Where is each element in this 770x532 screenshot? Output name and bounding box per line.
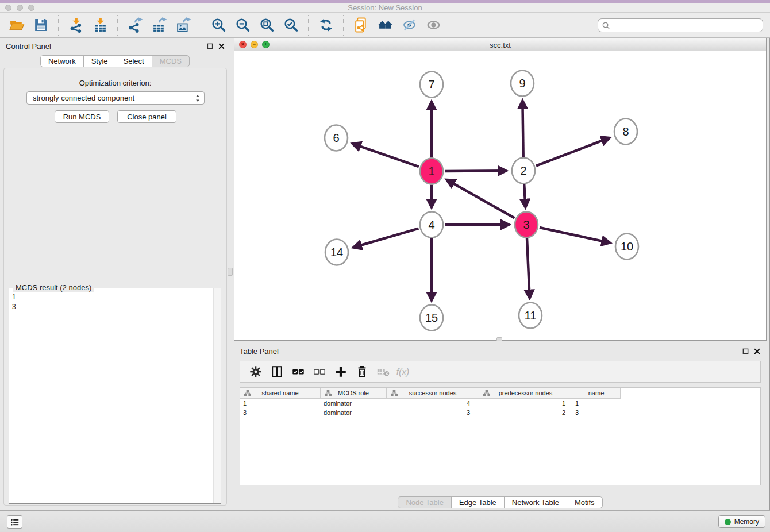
home-button[interactable] — [375, 15, 395, 36]
apply-layout-button[interactable] — [315, 15, 336, 36]
table-cell[interactable]: 3 — [240, 408, 321, 417]
show-columns-button[interactable] — [267, 363, 286, 381]
table-cell[interactable]: dominator — [321, 399, 387, 408]
zoom-out-button[interactable] — [232, 15, 253, 36]
graph-node-4[interactable]: 4 — [420, 212, 443, 238]
table-cell[interactable]: 1 — [240, 399, 321, 408]
open-session-button[interactable] — [6, 15, 27, 36]
graph-edge-2-8[interactable] — [536, 138, 610, 166]
network-canvas[interactable]: 7968124314101511 — [234, 51, 766, 340]
zoom-in-button[interactable] — [208, 15, 229, 36]
tab-motifs[interactable]: Motifs — [567, 496, 603, 508]
visibility-off-button[interactable] — [399, 15, 419, 36]
toolbar-separator — [201, 15, 201, 36]
tab-edge-table[interactable]: Edge Table — [451, 496, 505, 508]
tab-mcds[interactable]: MCDS — [152, 55, 190, 67]
run-mcds-button[interactable]: Run MCDS — [55, 110, 109, 123]
add-row-button[interactable] — [331, 363, 350, 381]
graph-node-1[interactable]: 1 — [420, 159, 443, 184]
network-window: ✕ − + scc.txt 7968124314101511 — [234, 38, 767, 341]
graph-node-6[interactable]: 6 — [325, 125, 348, 151]
column-header-name[interactable]: name — [572, 388, 621, 399]
mcds-result-title: MCDS result (2 nodes) — [13, 283, 94, 292]
table-cell[interactable]: 2 — [479, 408, 572, 417]
graph-edge-1-6[interactable] — [353, 144, 419, 167]
svg-text:2: 2 — [520, 164, 526, 177]
tab-select[interactable]: Select — [116, 55, 152, 67]
save-session-button[interactable] — [30, 15, 51, 36]
graph-node-8[interactable]: 8 — [614, 119, 637, 145]
graph-edge-3-1[interactable] — [447, 180, 515, 218]
float-table-icon[interactable] — [741, 347, 749, 355]
network-window-titlebar: ✕ − + scc.txt — [234, 38, 766, 51]
import-network-button[interactable] — [66, 15, 86, 36]
column-header-predecessor-nodes[interactable]: predecessor nodes — [479, 388, 572, 399]
network-window-title: scc.txt — [234, 41, 766, 49]
search-input[interactable] — [613, 21, 759, 30]
table-row: 3dominator323 — [240, 408, 760, 417]
export-network-button[interactable] — [125, 15, 145, 36]
select-all-checks-button[interactable] — [288, 363, 307, 381]
zoom-selected-button[interactable] — [280, 15, 301, 36]
graph-node-3[interactable]: 3 — [515, 212, 538, 238]
graph-edge-1-2[interactable] — [445, 171, 506, 171]
toolbar-separator — [308, 15, 309, 36]
graph-node-10[interactable]: 10 — [615, 234, 638, 260]
mcds-result-area — [9, 288, 221, 504]
tab-node-table[interactable]: Node Table — [398, 496, 452, 508]
table-cell[interactable]: 3 — [572, 408, 621, 417]
table-cell[interactable]: 1 — [479, 399, 572, 408]
close-panel-icon[interactable] — [217, 42, 225, 50]
tab-network[interactable]: Network — [40, 55, 84, 67]
tab-network-table[interactable]: Network Table — [504, 496, 567, 508]
table-cell[interactable]: dominator — [321, 408, 387, 417]
table-cell[interactable]: 1 — [572, 399, 621, 408]
application-window: Session: New Session Control Panel Netwo… — [0, 0, 770, 532]
graph-edge-2-9[interactable] — [522, 101, 523, 157]
zoom-fit-button[interactable] — [256, 15, 277, 36]
export-image-button[interactable] — [173, 15, 194, 36]
close-table-icon[interactable] — [753, 347, 761, 355]
result-scrollbar[interactable] — [213, 288, 221, 503]
table-panel: Table Panel f(x) shared nameMCDS rolesuc… — [234, 341, 767, 510]
float-window-icon[interactable] — [206, 42, 214, 50]
table-cell[interactable]: 4 — [387, 399, 479, 408]
toolbar-separator — [343, 15, 344, 36]
export-table-button[interactable] — [149, 15, 170, 36]
memory-button[interactable]: Memory — [718, 515, 765, 528]
task-history-button[interactable] — [7, 515, 22, 529]
shared-column-icon — [391, 390, 398, 396]
mcds-result-box: MCDS result (2 nodes) 13 — [9, 283, 221, 504]
graph-node-15[interactable]: 15 — [420, 305, 443, 331]
graph-edge-3-11[interactable] — [527, 238, 530, 298]
graph-node-11[interactable]: 11 — [519, 303, 542, 329]
delete-row-button[interactable] — [352, 363, 371, 381]
import-table-button[interactable] — [90, 15, 110, 36]
control-panel-header: Control Panel — [0, 38, 230, 53]
vertical-splitter-handle[interactable] — [228, 268, 233, 276]
criterion-dropdown[interactable]: strongly connected component — [26, 91, 205, 105]
clear-all-checks-button[interactable] — [310, 363, 329, 381]
graph-node-9[interactable]: 9 — [511, 71, 534, 97]
graph-edge-2-3[interactable] — [524, 184, 525, 207]
search-box[interactable] — [598, 18, 763, 32]
column-header-MCDS-role[interactable]: MCDS role — [321, 388, 387, 399]
close-panel-button[interactable]: Close panel — [117, 110, 176, 123]
table-cell[interactable]: 3 — [387, 408, 479, 417]
table-settings-button[interactable] — [246, 363, 265, 381]
control-panel: Control Panel NetworkStyleSelectMCDS Opt… — [0, 38, 230, 512]
graph-edge-4-14[interactable] — [353, 229, 418, 248]
node-table: shared nameMCDS rolesuccessor nodesprede… — [240, 387, 761, 485]
graph-node-2[interactable]: 2 — [512, 158, 535, 184]
tab-style[interactable]: Style — [83, 55, 116, 67]
graph-node-7[interactable]: 7 — [420, 72, 443, 98]
list-icon — [10, 517, 20, 527]
graph-edge-3-10[interactable] — [540, 228, 610, 243]
visibility-button[interactable] — [423, 15, 444, 36]
column-header-successor-nodes[interactable]: successor nodes — [387, 388, 479, 399]
delete-table-button[interactable] — [374, 363, 392, 381]
network-from-selection-button[interactable] — [351, 15, 371, 36]
column-header-shared-name[interactable]: shared name — [240, 388, 321, 399]
graph-node-14[interactable]: 14 — [325, 240, 348, 265]
function-builder-button[interactable]: f(x) — [395, 363, 414, 381]
